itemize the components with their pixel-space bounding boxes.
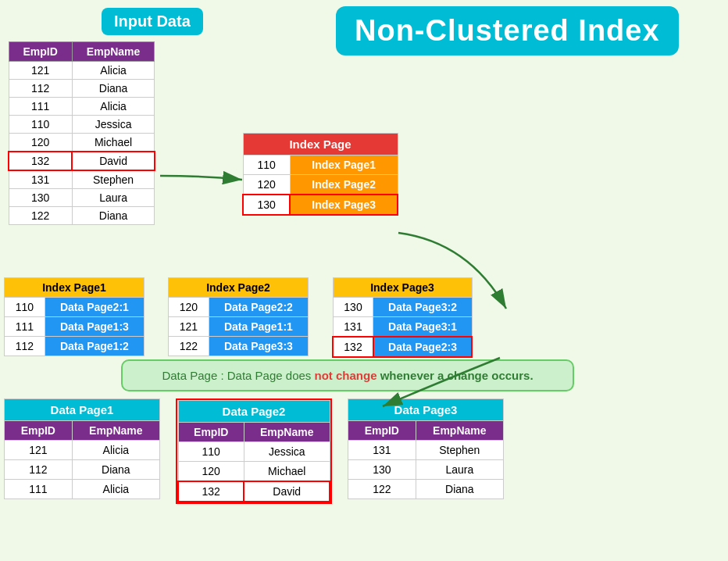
input-empid: 111 <box>9 98 72 116</box>
data-pages-row: Data Page1EmpIDEmpName121Alicia112Diana1… <box>4 398 504 504</box>
index-page-ref: Index Page3 <box>290 195 398 215</box>
sub-header: Index Page3 <box>333 278 472 298</box>
sub-empid: 131 <box>333 317 373 338</box>
input-table-row: 122Diana <box>9 207 155 225</box>
dp-header-empname: EmpName <box>416 421 503 441</box>
input-table: EmpID EmpName 121Alicia112Diana111Alicia… <box>8 41 155 225</box>
index-page-row: 120Index Page2 <box>243 175 398 195</box>
input-empname: Jessica <box>72 116 154 134</box>
index-empid: 120 <box>243 175 290 195</box>
index-empid: 110 <box>243 155 290 175</box>
note-rest: whenever a change occurs. <box>377 369 534 382</box>
dp-empname: David <box>244 481 330 502</box>
data-page1-table: Data Page1EmpIDEmpName121Alicia112Diana1… <box>4 398 160 499</box>
input-table-row: 131Stephen <box>9 170 155 189</box>
sub-page: Data Page3:1 <box>373 317 472 338</box>
data-page3-section: Data Page3EmpIDEmpName131Stephen130Laura… <box>348 398 504 504</box>
index-pages-row: Index Page1110Data Page2:1111Data Page1:… <box>4 277 473 358</box>
index-page-row: 110Index Page1 <box>243 155 398 175</box>
input-empname: Diana <box>72 207 154 225</box>
dp-empname: Michael <box>244 462 330 482</box>
input-header-empid: EmpID <box>9 42 72 62</box>
data-page-row: 120Michael <box>178 462 330 482</box>
index-sub-row: 130Data Page3:2 <box>333 298 472 317</box>
index-sub-row: 122Data Page3:3 <box>169 337 309 356</box>
main-title: Non-Clustered Index <box>336 6 679 55</box>
sub-empid: 110 <box>5 298 45 317</box>
data-page-row: 130Laura <box>348 460 504 480</box>
input-empid: 110 <box>9 116 72 134</box>
index-sub-row: 112Data Page1:2 <box>5 337 145 356</box>
sub-page: Data Page2:1 <box>45 298 144 317</box>
input-table-row: 132David <box>9 152 155 170</box>
input-empname: Michael <box>72 134 154 152</box>
data-page-row: 131Stephen <box>348 441 504 460</box>
input-empname: Alicia <box>72 98 154 116</box>
input-data-label: Input Data <box>102 8 203 35</box>
dp-title: Data Page2 <box>178 401 330 423</box>
sub-empid: 120 <box>169 298 209 317</box>
dp-empid: 130 <box>348 460 416 480</box>
note-box: Data Page : Data Page does not change wh… <box>121 359 574 391</box>
dp-empname: Diana <box>416 480 503 499</box>
dp-empname: Alicia <box>72 480 159 499</box>
note-not-change: not change <box>315 369 377 382</box>
dp-empname: Alicia <box>72 441 159 460</box>
input-empid: 121 <box>9 62 72 80</box>
note-text: Data Page : Data Page does <box>162 369 314 382</box>
index-page-table: Index Page110Index Page1120Index Page213… <box>242 133 398 216</box>
input-table-row: 112Diana <box>9 80 155 98</box>
index-sub-row: 111Data Page1:3 <box>5 317 145 337</box>
dp-header-empname: EmpName <box>244 423 330 442</box>
index-page3-table: Index Page3130Data Page3:2131Data Page3:… <box>332 277 473 358</box>
dp-title: Data Page3 <box>348 399 504 421</box>
sub-page: Data Page1:3 <box>45 317 144 337</box>
dp-empid: 122 <box>348 480 416 499</box>
index-page-header: Index Page <box>243 134 398 155</box>
index-sub-row: 121Data Page1:1 <box>169 317 309 337</box>
dp-empid: 121 <box>5 441 73 460</box>
data-page3-table: Data Page3EmpIDEmpName131Stephen130Laura… <box>348 398 504 499</box>
index-sub-row: 110Data Page2:1 <box>5 298 145 317</box>
index-page-section: Index Page110Index Page1120Index Page213… <box>242 133 398 216</box>
sub-page: Data Page3:2 <box>373 298 472 317</box>
index-page1-table: Index Page1110Data Page2:1111Data Page1:… <box>4 277 145 356</box>
sub-header: Index Page2 <box>169 278 309 298</box>
data-page1-section: Data Page1EmpIDEmpName121Alicia112Diana1… <box>4 398 160 504</box>
dp-header-empid: EmpID <box>5 421 73 441</box>
sub-empid: 122 <box>169 337 209 356</box>
sub-page: Data Page1:1 <box>209 317 308 337</box>
dp-empname: Laura <box>416 460 503 480</box>
index-page2-section: Index Page2120Data Page2:2121Data Page1:… <box>168 277 309 358</box>
dp-empid: 120 <box>178 462 244 482</box>
index-page1-section: Index Page1110Data Page2:1111Data Page1:… <box>4 277 145 358</box>
sub-header: Index Page1 <box>5 278 145 298</box>
input-empname: Stephen <box>72 170 154 189</box>
input-empid: 131 <box>9 170 72 189</box>
input-header-empname: EmpName <box>72 42 154 62</box>
dp-header-empid: EmpID <box>348 421 416 441</box>
input-empid: 132 <box>9 152 72 170</box>
sub-empid: 112 <box>5 337 45 356</box>
sub-empid: 130 <box>333 298 373 317</box>
data-page-row: 122Diana <box>348 480 504 499</box>
sub-page: Data Page2:3 <box>373 337 472 357</box>
sub-page: Data Page2:2 <box>209 298 308 317</box>
dp-empname: Jessica <box>244 442 330 462</box>
data-page-row: 121Alicia <box>5 441 160 460</box>
sub-page: Data Page3:3 <box>209 337 308 356</box>
dp-empid: 131 <box>348 441 416 460</box>
index-sub-row: 131Data Page3:1 <box>333 317 472 338</box>
input-table-row: 110Jessica <box>9 116 155 134</box>
input-table-row: 121Alicia <box>9 62 155 80</box>
input-table-row: 120Michael <box>9 134 155 152</box>
data-page-row: 112Diana <box>5 460 160 480</box>
input-empname: Diana <box>72 80 154 98</box>
input-empname: Laura <box>72 189 154 207</box>
index-page-ref: Index Page2 <box>290 175 398 195</box>
index-page-row: 130Index Page3 <box>243 195 398 215</box>
dp-empid: 110 <box>178 442 244 462</box>
input-data-section: Input Data EmpID EmpName 121Alicia112Dia… <box>8 8 203 225</box>
index-sub-row: 132Data Page2:3 <box>333 337 472 357</box>
input-empid: 122 <box>9 207 72 225</box>
